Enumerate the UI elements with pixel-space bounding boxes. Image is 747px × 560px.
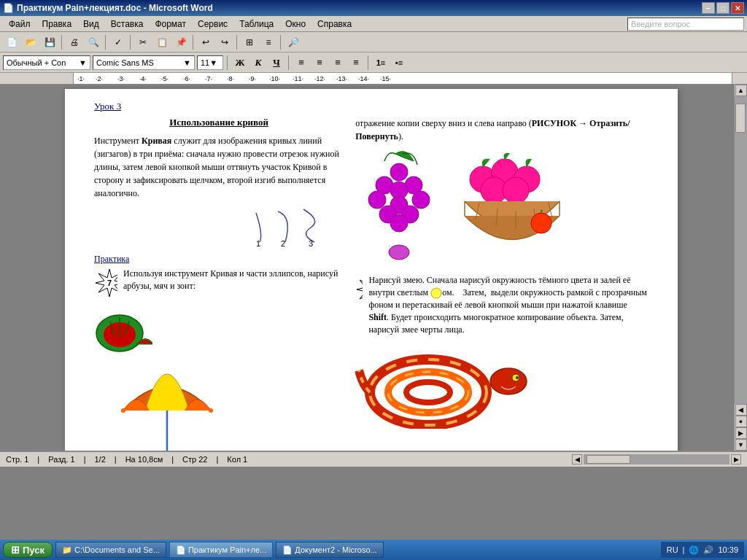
scroll-thumb[interactable] xyxy=(735,104,746,133)
svg-text:·9·: ·9· xyxy=(249,75,256,82)
svg-point-35 xyxy=(368,191,386,209)
scroll-next-page-button[interactable]: ▶ xyxy=(735,427,747,439)
hscroll-thumb[interactable] xyxy=(587,455,630,464)
help-search-box[interactable]: Введите вопрос xyxy=(627,18,744,31)
columns-button[interactable]: ≡ xyxy=(260,34,277,50)
menu-insert[interactable]: Вставка xyxy=(105,18,150,31)
zoom-button[interactable]: 🔎 xyxy=(285,34,302,50)
status-separator-5: | xyxy=(217,455,219,464)
font-size-selector[interactable]: 11 ▼ xyxy=(197,55,223,70)
hscroll-right-button[interactable]: ▶ xyxy=(731,454,741,464)
network-icon: 🌐 xyxy=(689,545,699,555)
toolbar-separator-6 xyxy=(280,35,282,50)
status-position: На 10,8см xyxy=(125,455,163,464)
volume-icon: 🔊 xyxy=(703,545,713,555)
justify-button[interactable]: ≡ xyxy=(348,55,364,70)
help-placeholder: Введите вопрос xyxy=(631,20,690,28)
svg-text:1: 1 xyxy=(256,239,260,248)
font-dropdown-icon[interactable]: ▼ xyxy=(183,58,191,67)
minimize-button[interactable]: − xyxy=(702,2,715,14)
align-center-button[interactable]: ≡ xyxy=(311,55,328,70)
close-button[interactable]: ✕ xyxy=(731,2,744,14)
vertical-scrollbar[interactable]: ▲ ◀ ● ▶ ▼ xyxy=(734,85,747,451)
status-col: Кол 1 xyxy=(227,455,247,464)
print-preview-button[interactable]: 🔍 xyxy=(85,34,102,50)
taskbar-window-1[interactable]: 📁 C:\Documents and Se... xyxy=(55,542,166,558)
svg-point-63 xyxy=(490,368,527,394)
menu-window[interactable]: Окно xyxy=(279,18,311,31)
spell-check-button[interactable]: ✓ xyxy=(109,34,127,50)
new-doc-button[interactable]: 📄 xyxy=(3,34,20,50)
hscroll-track[interactable] xyxy=(584,454,729,464)
start-button[interactable]: ⊞ Пуск xyxy=(3,542,53,558)
italic-button[interactable]: К xyxy=(250,55,266,70)
svg-rect-0 xyxy=(74,73,732,84)
scroll-track[interactable] xyxy=(735,96,747,404)
taskbar-window-3[interactable]: 📄 Документ2 - Microso... xyxy=(276,542,383,558)
two-column-layout: Использование кривой Инструмент Кривая с… xyxy=(94,117,649,451)
paste-button[interactable]: 📌 xyxy=(172,34,190,50)
bold-button[interactable]: Ж xyxy=(232,55,248,70)
open-button[interactable]: 📂 xyxy=(22,34,39,50)
svg-point-27 xyxy=(209,408,213,413)
copy-button[interactable]: 📋 xyxy=(153,34,171,50)
status-separator-2: | xyxy=(84,455,86,464)
menu-format[interactable]: Формат xyxy=(149,18,192,31)
svg-text:7: 7 xyxy=(107,279,112,287)
svg-point-54 xyxy=(531,213,551,233)
svg-text:·14·: ·14· xyxy=(358,75,369,82)
hscroll-left-button[interactable]: ◀ xyxy=(572,454,582,464)
right-column: отражение копии сверху вниз и слева напр… xyxy=(355,117,649,451)
svg-text:·1·: ·1· xyxy=(77,75,85,82)
starburst-0: 0 xyxy=(355,274,363,305)
align-right-button[interactable]: ≡ xyxy=(330,55,346,70)
numbered-list-button[interactable]: 1≡ xyxy=(373,55,389,70)
cut-button[interactable]: ✂ xyxy=(134,34,152,50)
menu-service[interactable]: Сервис xyxy=(192,18,233,31)
print-button[interactable]: 🖨 xyxy=(66,34,83,50)
font-selector[interactable]: Comic Sans MS ▼ xyxy=(93,55,195,70)
taskbar-label-1: 📁 C:\Documents and Se... xyxy=(62,545,160,555)
umbrella-svg xyxy=(109,359,225,451)
menu-file[interactable]: Файл xyxy=(3,18,36,31)
insert-table-button[interactable]: ⊞ xyxy=(241,34,258,50)
taskbar-window-2[interactable]: 📄 Практикум Pain+ле... xyxy=(169,542,273,558)
menu-view[interactable]: Вид xyxy=(77,18,105,31)
svg-marker-55 xyxy=(357,276,363,303)
svg-text:·8·: ·8· xyxy=(227,75,234,82)
section-header: Использование кривой xyxy=(94,117,344,128)
toolbar-separator-3 xyxy=(130,35,131,50)
undo-button[interactable]: ↩ xyxy=(197,34,214,50)
windows-logo-icon: ⊞ xyxy=(11,544,20,556)
snake-illustration xyxy=(355,341,649,432)
menu-edit[interactable]: Правка xyxy=(36,18,78,31)
horizontal-scrollbar[interactable]: ◀ ▶ xyxy=(572,453,741,466)
main-layout: Урок 3 Использование кривой Инструмент К… xyxy=(0,85,747,451)
style-selector[interactable]: Обычный + Con ▼ xyxy=(3,55,90,70)
menu-help[interactable]: Справка xyxy=(311,18,357,31)
intro-text: Инструмент Кривая служит для изображения… xyxy=(94,134,344,200)
basket-svg xyxy=(457,150,567,267)
svg-point-60 xyxy=(406,382,450,402)
scroll-prev-page-button[interactable]: ◀ xyxy=(735,404,747,416)
menu-table[interactable]: Таблица xyxy=(233,18,279,31)
menu-bar: Файл Правка Вид Вставка Формат Сервис Та… xyxy=(0,16,747,32)
scroll-down-button[interactable]: ▼ xyxy=(735,439,747,451)
toolbar-separator-5 xyxy=(236,35,238,50)
scroll-up-button[interactable]: ▲ xyxy=(735,85,747,96)
style-dropdown-icon[interactable]: ▼ xyxy=(79,58,87,67)
redo-button[interactable]: ↪ xyxy=(216,34,233,50)
save-button[interactable]: 💾 xyxy=(41,34,58,50)
maximize-button[interactable]: □ xyxy=(716,2,729,14)
svg-point-31 xyxy=(390,163,408,181)
underline-button[interactable]: Ч xyxy=(268,55,285,70)
size-dropdown-icon[interactable]: ▼ xyxy=(209,58,217,67)
svg-text:·13·: ·13· xyxy=(336,75,347,82)
document-scroll-area[interactable]: Урок 3 Использование кривой Инструмент К… xyxy=(9,85,734,451)
align-left-button[interactable]: ≡ xyxy=(293,55,309,70)
bullet-list-button[interactable]: •≡ xyxy=(391,55,407,70)
scroll-select-browse-button[interactable]: ● xyxy=(735,416,747,427)
left-column: Использование кривой Инструмент Кривая с… xyxy=(94,117,344,451)
svg-text:·11·: ·11· xyxy=(293,75,303,82)
svg-point-57 xyxy=(431,288,441,298)
